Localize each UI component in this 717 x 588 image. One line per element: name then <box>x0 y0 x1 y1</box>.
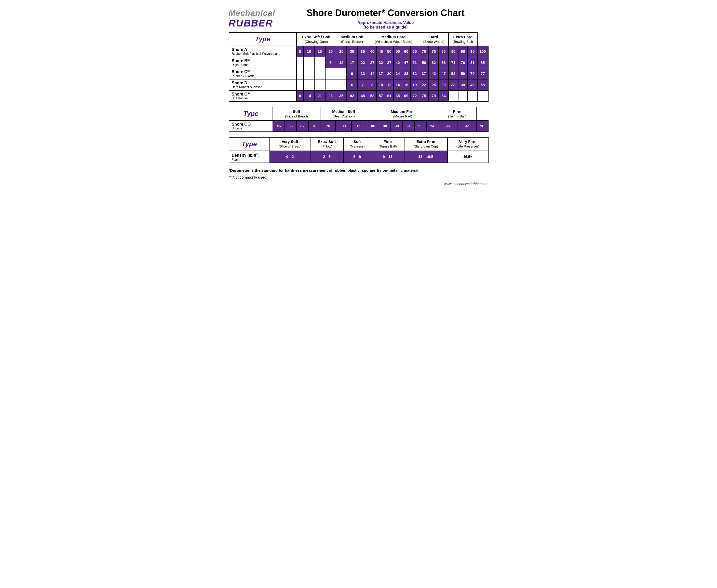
density-cell: 16.5+ <box>447 151 488 163</box>
table-cell: 6 <box>325 57 336 68</box>
table-cell: 50 <box>385 46 394 57</box>
table-cell: 40 <box>368 46 377 57</box>
table-cell: 76 <box>458 57 468 68</box>
density-cell: 0 - 2 <box>270 151 311 163</box>
table-cell: 22 <box>357 57 368 68</box>
table-cell: 83 <box>352 121 367 132</box>
table-cell: 29 <box>439 79 448 90</box>
col-extra-hard: Extra Hard(Bowling Ball) <box>448 33 477 46</box>
table-cell <box>336 79 347 90</box>
table-cell: 8 <box>368 79 377 90</box>
durometer-table-1: Type Extra Soft / Soft(Chewing Gum) Medi… <box>229 32 488 102</box>
table-cell: 30 <box>347 46 357 57</box>
durometer-table-2: Type Soft(Slice of Bread) Medium Soft(Se… <box>229 107 488 132</box>
table-cell <box>296 57 303 68</box>
table-cell: 47 <box>439 68 448 79</box>
table-cell: 16 <box>402 79 410 90</box>
row-label: Shore O**Soft Rubber <box>229 90 296 102</box>
density-cell: 2 - 5 <box>310 151 343 163</box>
subtitle: Approximate Hardness Value (to be used a… <box>283 20 488 29</box>
col3-extra-soft: Extra Soft(Pillow) <box>310 137 343 151</box>
table-cell: 53 <box>368 90 377 102</box>
table-cell: 55 <box>285 121 296 132</box>
density-cell: 5 - 9 <box>343 151 371 163</box>
table-cell: 79 <box>429 90 439 102</box>
table-cell: 27 <box>368 57 377 68</box>
table-cell: 22 <box>419 79 429 90</box>
table-cell: 95 <box>468 46 477 57</box>
col3-very-firm: Very Firm(Life Preserver) <box>447 137 488 151</box>
table-cell: 72 <box>410 90 419 102</box>
table-cell: 8 <box>296 90 303 102</box>
website: www.mechanicalrubber.com <box>229 182 488 186</box>
table-cell: 51 <box>410 57 419 68</box>
table-cell: 91 <box>403 121 415 132</box>
table-cell: 28 <box>402 68 410 79</box>
table-cell: 42 <box>347 90 357 102</box>
table-cell: 25 <box>429 79 439 90</box>
table-cell: 94 <box>426 121 438 132</box>
table-cell <box>314 79 325 90</box>
table-cell: 65 <box>410 46 419 57</box>
row-label: Shore DHard Rubber & Plastic <box>229 79 296 90</box>
table-cell <box>325 68 336 79</box>
table-cell: 24 <box>394 68 402 79</box>
table-cell: 70 <box>309 121 320 132</box>
table-cell: 7 <box>357 79 368 90</box>
table-cell: 90 <box>391 121 402 132</box>
table-cell: 60 <box>402 46 410 57</box>
row-label: Shore C**Rubber & Plastic <box>229 68 296 79</box>
table-cell: 59 <box>458 68 468 79</box>
table-cell: 77 <box>477 68 488 79</box>
table-cell <box>296 68 303 79</box>
density-cell: 9 - 13 <box>371 151 404 163</box>
row-label: Shore OOSponge <box>229 121 273 132</box>
table-cell: 47 <box>402 57 410 68</box>
table-cell: 69 <box>402 90 410 102</box>
table-cell: 25 <box>336 46 347 57</box>
table-cell: 35 <box>357 46 368 57</box>
table-cell: 57 <box>377 90 385 102</box>
table-cell <box>314 57 325 68</box>
page-header: Mechanical RUBBER Shore Durometer* Conve… <box>229 8 488 29</box>
table-cell <box>303 57 314 68</box>
col-medium-soft: Medium Soft(Pencil Eraser) <box>336 33 368 46</box>
table-cell: 48 <box>357 90 368 102</box>
table-cell: 42 <box>429 68 439 79</box>
col3-firm: Firm(Tennis Ball) <box>371 137 404 151</box>
table-cell: 80 <box>439 46 448 57</box>
col-extra-soft: Extra Soft / Soft(Chewing Gum) <box>296 33 336 46</box>
table-cell: 80 <box>336 121 351 132</box>
table-cell: 46 <box>468 79 477 90</box>
table-cell: 14 <box>394 79 402 90</box>
table-cell: 86 <box>367 121 379 132</box>
table-cell: 71 <box>448 57 458 68</box>
table-cell: 9 <box>347 68 357 79</box>
table-cell: 65 <box>394 90 402 102</box>
table-cell: 14 <box>303 90 314 102</box>
table-cell: 58 <box>477 79 488 90</box>
col2-medium-firm: Medium Firm(Mouse Pad) <box>367 107 438 121</box>
table-cell: 28 <box>325 90 336 102</box>
table-cell: 75 <box>429 46 439 57</box>
table-cell: 85 <box>448 46 458 57</box>
table-cell <box>448 90 458 102</box>
table-cell: 21 <box>314 90 325 102</box>
table-cell: 70 <box>419 46 429 57</box>
table-cell: 98 <box>476 121 488 132</box>
table-cell: 56 <box>419 57 429 68</box>
table-cell: 70 <box>468 68 477 79</box>
table-cell <box>314 68 325 79</box>
table-cell: 32 <box>377 57 385 68</box>
table-cell: 12 <box>385 79 394 90</box>
table-cell: 90 <box>458 46 468 57</box>
table-cell <box>303 68 314 79</box>
table-cell <box>458 90 468 102</box>
type-header-3: Type <box>229 137 270 151</box>
table-cell: 93 <box>415 121 426 132</box>
table-cell: 52 <box>448 68 458 79</box>
table-cell: 39 <box>458 79 468 90</box>
table-cell: 32 <box>410 68 419 79</box>
table-cell: 45 <box>273 121 284 132</box>
durometer-table-3: Type Very Soft(Slice of Bread) Extra Sof… <box>229 137 488 163</box>
